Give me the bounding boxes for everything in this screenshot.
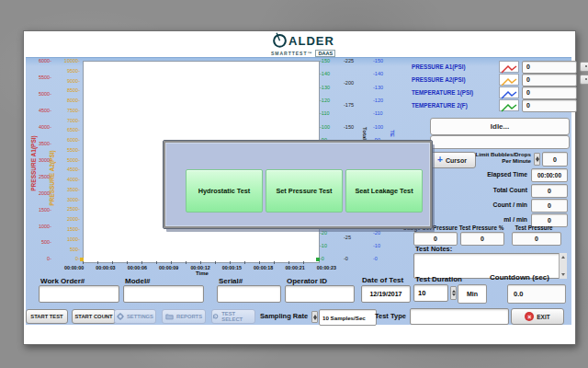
exit-label: EXIT <box>537 314 549 320</box>
serial-input[interactable] <box>217 285 281 303</box>
line-style-icon <box>499 61 519 73</box>
operator-id-input[interactable] <box>285 285 355 303</box>
work-order-label: Work Order# <box>40 277 85 285</box>
move-cross-icon: + <box>437 155 443 165</box>
model-input[interactable] <box>123 285 204 303</box>
reports-button[interactable]: REPORTS <box>162 309 206 324</box>
gear-icon <box>117 313 124 320</box>
total-count-label: Total Count <box>459 187 527 193</box>
reports-label: REPORTS <box>176 314 202 319</box>
date-of-test-input[interactable] <box>361 285 411 303</box>
sampling-rate-spinner[interactable] <box>311 311 318 323</box>
elapsed-time-value: 00:00:00 <box>531 168 568 182</box>
folder-icon <box>165 313 174 320</box>
limit-value: 0 <box>542 152 568 167</box>
cursor-button[interactable]: + Cursor <box>428 152 476 168</box>
limit-spinner[interactable] <box>534 153 540 166</box>
legend-row-temperature-1: TEMPERATURE 1(PSI) 0 <box>412 87 588 98</box>
legend-row-temperature-2: TEMPERATURE 2(F) 0 <box>412 100 588 110</box>
start-count-button[interactable]: START COUNT <box>72 309 116 324</box>
app-screen: ALDER SMARTTEST™ DAAS PRESSURE A1(PSI) P… <box>0 0 588 368</box>
test-pressure-value: 0 <box>512 232 561 246</box>
scale-lock-button[interactable] <box>580 75 588 85</box>
duration-spinner[interactable] <box>450 286 457 300</box>
logo-product: DAAS <box>315 50 335 57</box>
test-notes-label: Test Notes: <box>415 245 452 253</box>
sampling-rate-select[interactable]: 10 Samples/Sec <box>319 309 377 326</box>
channel-value: 0 <box>522 99 577 112</box>
refresh-arrow-icon <box>212 313 219 320</box>
test-pressure-pct-label: Test Pressure % <box>458 224 505 231</box>
line-style-icon <box>499 74 519 86</box>
ml-per-min-label: ml / min <box>459 216 527 223</box>
count-per-min-label: Count / min <box>459 201 527 208</box>
y-axis-pressure-a2-ticks: 1000095009000850080007500700065006000550… <box>54 59 80 262</box>
test-type-input[interactable] <box>410 308 509 325</box>
logo-tagline: SMARTTEST™ <box>271 51 313 56</box>
cursor-button-label: Cursor <box>446 157 467 164</box>
brand-text: ALDER <box>288 34 334 48</box>
work-order-input[interactable] <box>39 285 119 303</box>
gauge-set-pressure-value: 0 <box>413 232 458 246</box>
channel-value: 0 <box>522 74 577 86</box>
exit-button[interactable]: × EXIT <box>511 308 564 325</box>
legend-label: PRESSURE A2(PSI) <box>412 76 496 83</box>
total-count-value: 0 <box>531 184 568 198</box>
set-pressure-test-button[interactable]: Set Pressure Test <box>266 169 343 213</box>
channel-value: 0 <box>522 86 577 99</box>
serial-label: Serial# <box>219 277 243 285</box>
legend-label: PRESSURE A1(PSI) <box>412 63 496 70</box>
status-secondary <box>430 135 570 149</box>
settings-button[interactable]: SETTINGS <box>114 309 156 324</box>
model-label: Model# <box>125 277 151 285</box>
notes-scrollbar[interactable] <box>559 253 567 279</box>
elapsed-time-label: Elapsed Time <box>459 171 527 178</box>
x-axis-label: Time <box>184 270 220 276</box>
x-axis-tickmarks <box>83 261 318 264</box>
calder-logo: ALDER SMARTTEST™ DAAS <box>232 32 375 56</box>
status-message: Idle... <box>430 118 570 135</box>
test-duration-input[interactable] <box>413 284 448 302</box>
seat-leakage-test-button[interactable]: Seat Leakage Test <box>345 169 423 213</box>
y-axis-pressure-a1-ticks: 6000550050004500400035003000250020001500… <box>26 59 51 262</box>
countdown-value: 0.0 <box>507 284 566 304</box>
legend-row-pressure-a1: PRESSURE A1(PSI) 0 <box>412 62 588 72</box>
hydrostatic-test-button[interactable]: Hydrostatic Test <box>186 169 263 213</box>
legend-label: TEMPERATURE 1(PSI) <box>412 89 496 96</box>
date-of-test-label: Date of Test <box>362 276 403 284</box>
sampling-rate-label: Sampling Rate <box>260 312 308 320</box>
test-pressure-label: Test Pressure <box>507 224 560 231</box>
scale-lock-button[interactable] <box>580 62 588 72</box>
channel-legend: PRESSURE A1(PSI) 0 PRESSURE A2(PSI) 0 TE… <box>412 62 588 113</box>
test-type-label: Test Type <box>375 312 406 320</box>
duration-unit-select[interactable]: Min <box>458 284 487 304</box>
test-pressure-pct-value: 0 <box>460 232 504 246</box>
line-style-icon <box>499 86 519 98</box>
channel-value: 0 <box>522 61 577 74</box>
test-select-button[interactable]: TEST SELECT <box>211 309 255 324</box>
legend-row-pressure-a2: PRESSURE A2(PSI) 0 <box>412 75 588 85</box>
gauge-c-icon <box>272 32 288 48</box>
operator-id-label: Operator ID <box>287 277 327 285</box>
limit-bubbles-label: Limit Bubbles/DropsPer Minute <box>472 151 531 164</box>
start-test-button[interactable]: START TEST <box>26 309 68 324</box>
test-select-dialog: Hydrostatic Test Set Pressure Test Seat … <box>164 141 432 228</box>
test-duration-label: Test Duration <box>415 275 462 283</box>
countdown-label: Countdown (sec) <box>490 273 549 282</box>
legend-label: TEMPERATURE 2(F) <box>412 102 496 109</box>
red-x-icon: × <box>525 312 534 321</box>
line-style-icon <box>499 99 519 111</box>
test-select-label: TEST SELECT <box>221 311 254 322</box>
count-per-min-value: 0 <box>531 199 568 213</box>
settings-label: SETTINGS <box>127 314 153 319</box>
